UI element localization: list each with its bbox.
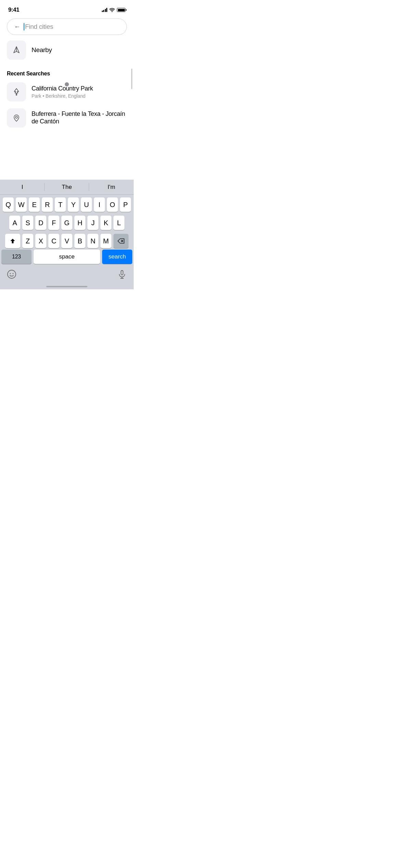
key-row-2: A S D F G H J K L bbox=[1, 216, 132, 230]
result-name-1: California Country Park bbox=[32, 85, 93, 93]
key-c[interactable]: C bbox=[48, 234, 59, 248]
search-placeholder: Find cities bbox=[25, 23, 53, 31]
home-indicator bbox=[46, 286, 87, 287]
recent-searches-section: Recent Searches California Country Park … bbox=[0, 65, 134, 128]
delete-key[interactable] bbox=[113, 234, 129, 248]
key-u[interactable]: U bbox=[81, 197, 92, 212]
drag-handle bbox=[65, 82, 69, 86]
svg-point-4 bbox=[8, 270, 16, 278]
search-key[interactable]: search bbox=[102, 250, 132, 264]
nearby-label: Nearby bbox=[32, 46, 52, 54]
recent-searches-title: Recent Searches bbox=[7, 71, 127, 77]
key-x[interactable]: X bbox=[35, 234, 46, 248]
nearby-item[interactable]: Nearby bbox=[7, 40, 127, 60]
key-k[interactable]: K bbox=[100, 216, 111, 230]
key-r[interactable]: R bbox=[42, 197, 53, 212]
key-n[interactable]: N bbox=[87, 234, 98, 248]
result-text-2: Buferrera - Fuente la Texa - Jorcaín de … bbox=[32, 110, 127, 125]
emoji-bar bbox=[0, 267, 134, 288]
key-o[interactable]: O bbox=[107, 197, 118, 212]
svg-point-6 bbox=[13, 273, 14, 274]
key-a[interactable]: A bbox=[9, 216, 20, 230]
key-s[interactable]: S bbox=[22, 216, 33, 230]
key-z[interactable]: Z bbox=[22, 234, 33, 248]
result-text-1: California Country Park Park • Berkshire… bbox=[32, 85, 93, 99]
park-icon-box bbox=[7, 82, 26, 101]
space-key[interactable]: space bbox=[34, 250, 100, 264]
key-rows: Q W E R T Y U I O P A S D F G H J K L bbox=[0, 195, 134, 250]
key-d[interactable]: D bbox=[35, 216, 46, 230]
battery-icon bbox=[117, 8, 125, 12]
shift-icon bbox=[9, 238, 16, 244]
key-f[interactable]: F bbox=[48, 216, 59, 230]
key-p[interactable]: P bbox=[120, 197, 131, 212]
status-time: 9:41 bbox=[8, 7, 19, 13]
status-icons bbox=[102, 8, 126, 12]
mic-icon[interactable] bbox=[117, 269, 127, 281]
key-j[interactable]: J bbox=[87, 216, 98, 230]
location-arrow-icon bbox=[12, 46, 21, 54]
bottom-row: 123 space search bbox=[0, 250, 134, 267]
predictive-bar: I The I'm bbox=[0, 180, 134, 195]
key-h[interactable]: H bbox=[74, 216, 85, 230]
keyboard: I The I'm Q W E R T Y U I O P A S D F bbox=[0, 180, 134, 289]
key-e[interactable]: E bbox=[29, 197, 40, 212]
list-item[interactable]: Buferrera - Fuente la Texa - Jorcaín de … bbox=[7, 108, 127, 128]
key-y[interactable]: Y bbox=[68, 197, 79, 212]
key-m[interactable]: M bbox=[100, 234, 111, 248]
key-w[interactable]: W bbox=[16, 197, 27, 212]
key-q[interactable]: Q bbox=[3, 197, 14, 212]
key-row-1: Q W E R T Y U I O P bbox=[1, 197, 132, 212]
signal-icon bbox=[102, 8, 108, 12]
nearby-section: Nearby bbox=[0, 40, 134, 65]
nearby-icon-box bbox=[7, 40, 26, 60]
status-bar: 9:41 bbox=[0, 0, 134, 15]
predictive-item-1[interactable]: I bbox=[0, 180, 45, 194]
pin-icon-box bbox=[7, 108, 26, 128]
key-l[interactable]: L bbox=[113, 216, 124, 230]
cursor bbox=[24, 23, 24, 31]
result-name-2: Buferrera - Fuente la Texa - Jorcaín de … bbox=[32, 110, 127, 125]
wifi-icon bbox=[109, 8, 115, 12]
key-i[interactable]: I bbox=[94, 197, 105, 212]
result-sub-1: Park • Berkshire, England bbox=[32, 93, 93, 99]
predictive-item-3[interactable]: I'm bbox=[89, 180, 134, 194]
key-t[interactable]: T bbox=[55, 197, 66, 212]
backspace-icon bbox=[118, 238, 124, 244]
key-row-3: Z X C V B N M bbox=[1, 234, 132, 248]
emoji-icon[interactable] bbox=[7, 269, 16, 281]
svg-point-1 bbox=[15, 116, 17, 118]
scrollbar[interactable] bbox=[131, 69, 132, 89]
search-bar[interactable]: ← Find cities bbox=[7, 19, 127, 35]
key-b[interactable]: B bbox=[74, 234, 85, 248]
tree-icon bbox=[12, 87, 21, 96]
svg-rect-7 bbox=[121, 270, 123, 275]
key-v[interactable]: V bbox=[61, 234, 72, 248]
map-pin-icon bbox=[12, 114, 21, 122]
key-g[interactable]: G bbox=[61, 216, 72, 230]
predictive-item-2[interactable]: The bbox=[45, 180, 89, 194]
svg-point-5 bbox=[10, 273, 11, 274]
shift-key[interactable] bbox=[5, 234, 20, 248]
back-icon[interactable]: ← bbox=[14, 23, 20, 31]
search-container: ← Find cities bbox=[0, 15, 134, 40]
search-input[interactable]: Find cities bbox=[24, 23, 120, 31]
numbers-key[interactable]: 123 bbox=[1, 250, 32, 264]
